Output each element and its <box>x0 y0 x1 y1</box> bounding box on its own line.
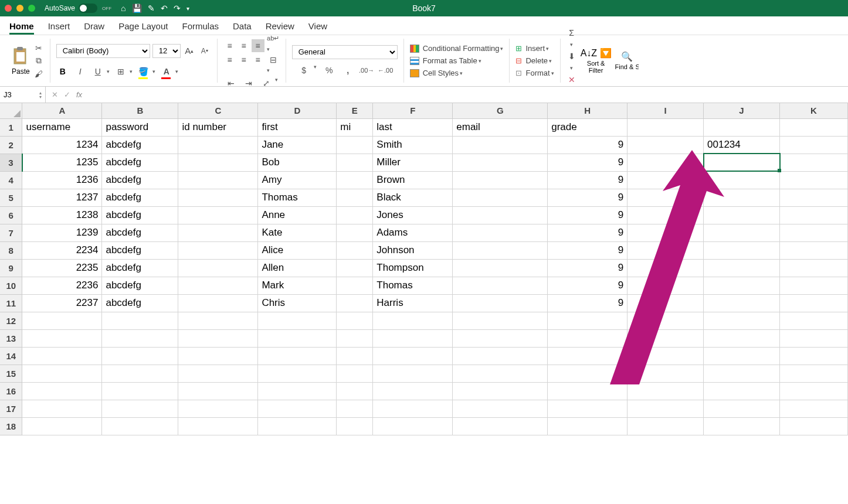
maximize-window-button[interactable] <box>28 5 35 12</box>
cell-B18[interactable] <box>102 417 178 435</box>
cell-E4[interactable] <box>337 171 373 189</box>
cell-F17[interactable] <box>373 400 453 417</box>
undo-icon[interactable]: ↶ <box>161 4 168 13</box>
cell-A12[interactable] <box>22 312 102 329</box>
font-color-button[interactable]: A <box>160 65 173 78</box>
cell-A10[interactable]: 2236 <box>22 277 102 294</box>
underline-button[interactable]: U <box>91 65 104 78</box>
cell-D9[interactable]: Allen <box>258 259 337 277</box>
cancel-formula-icon[interactable]: ✕ <box>52 90 58 99</box>
cell-H13[interactable] <box>548 329 627 347</box>
qat-dropdown-icon[interactable]: ▾ <box>186 5 189 12</box>
cell-D8[interactable]: Alice <box>258 241 337 259</box>
cell-I16[interactable] <box>627 382 704 400</box>
cell-A6[interactable]: 1238 <box>22 206 102 224</box>
cell-C16[interactable] <box>178 382 258 400</box>
cell-A14[interactable] <box>22 347 102 365</box>
cell-B14[interactable] <box>102 347 178 365</box>
align-center-icon[interactable]: ≡ <box>238 53 250 66</box>
cell-H3[interactable]: 9 <box>548 154 627 171</box>
cell-G9[interactable] <box>453 259 548 277</box>
cell-D1[interactable]: first <box>258 118 337 136</box>
cell-E2[interactable] <box>337 136 373 154</box>
tab-page-layout[interactable]: Page Layout <box>118 21 168 35</box>
column-header-I[interactable]: I <box>627 103 704 118</box>
cell-E13[interactable] <box>337 329 373 347</box>
row-header-11[interactable]: 11 <box>0 294 22 312</box>
cell-F12[interactable] <box>373 312 453 329</box>
cell-B9[interactable]: abcdefg <box>102 259 178 277</box>
cell-J17[interactable] <box>704 400 780 417</box>
cell-K16[interactable] <box>780 382 848 400</box>
column-header-F[interactable]: F <box>373 103 453 118</box>
cell-G11[interactable] <box>453 294 548 312</box>
cell-F5[interactable]: Black <box>373 189 453 206</box>
cell-G5[interactable] <box>453 189 548 206</box>
cell-G6[interactable] <box>453 206 548 224</box>
row-header-12[interactable]: 12 <box>0 312 22 329</box>
cell-A16[interactable] <box>22 382 102 400</box>
cell-A13[interactable] <box>22 329 102 347</box>
cell-K15[interactable] <box>780 365 848 382</box>
cell-I9[interactable] <box>627 259 704 277</box>
cell-C7[interactable] <box>178 224 258 241</box>
cell-I10[interactable] <box>627 277 704 294</box>
decrease-font-icon[interactable]: A▾ <box>198 45 211 57</box>
cell-I1[interactable] <box>627 118 704 136</box>
cell-I6[interactable] <box>627 206 704 224</box>
cell-E15[interactable] <box>337 365 373 382</box>
column-header-A[interactable]: A <box>22 103 102 118</box>
cell-C5[interactable] <box>178 189 258 206</box>
align-left-icon[interactable]: ≡ <box>223 53 236 66</box>
cell-D12[interactable] <box>258 312 337 329</box>
cell-H11[interactable]: 9 <box>548 294 627 312</box>
redo-icon[interactable]: ↷ <box>174 4 181 13</box>
cell-J9[interactable] <box>704 259 780 277</box>
cell-A7[interactable]: 1239 <box>22 224 102 241</box>
cell-B11[interactable]: abcdefg <box>102 294 178 312</box>
increase-font-icon[interactable]: A▴ <box>183 45 196 57</box>
cell-F9[interactable]: Thompson <box>373 259 453 277</box>
row-header-16[interactable]: 16 <box>0 382 22 400</box>
cell-B6[interactable]: abcdefg <box>102 206 178 224</box>
cell-K4[interactable] <box>780 171 848 189</box>
cell-G18[interactable] <box>453 417 548 435</box>
cell-F8[interactable]: Johnson <box>373 241 453 259</box>
merge-button[interactable]: ⊟ <box>267 53 280 66</box>
cell-H2[interactable]: 9 <box>548 136 627 154</box>
row-header-3[interactable]: 3 <box>0 154 22 171</box>
tab-home[interactable]: Home <box>9 21 34 35</box>
cell-I18[interactable] <box>627 417 704 435</box>
save-icon[interactable]: 💾 <box>132 4 142 13</box>
find-select-button[interactable]: 🔍 Find & Select <box>615 51 639 70</box>
cell-K17[interactable] <box>780 400 848 417</box>
cell-J13[interactable] <box>704 329 780 347</box>
row-header-14[interactable]: 14 <box>0 347 22 365</box>
cell-C3[interactable] <box>178 154 258 171</box>
fill-icon[interactable]: ⬇ <box>567 51 577 62</box>
cell-J14[interactable] <box>704 347 780 365</box>
cell-I17[interactable] <box>627 400 704 417</box>
tab-formulas[interactable]: Formulas <box>182 21 219 35</box>
cell-G12[interactable] <box>453 312 548 329</box>
cell-H9[interactable]: 9 <box>548 259 627 277</box>
cell-E6[interactable] <box>337 206 373 224</box>
autosave-toggle[interactable]: AutoSave OFF <box>45 4 111 13</box>
cell-C2[interactable] <box>178 136 258 154</box>
cell-I11[interactable] <box>627 294 704 312</box>
cell-J3[interactable] <box>704 154 780 171</box>
cell-G3[interactable] <box>453 154 548 171</box>
cell-C9[interactable] <box>178 259 258 277</box>
format-cells-button[interactable]: ⊡Format ▾ <box>515 69 554 77</box>
row-header-15[interactable]: 15 <box>0 365 22 382</box>
align-bottom-icon[interactable]: ≡ <box>252 39 264 52</box>
cell-K7[interactable] <box>780 224 848 241</box>
cell-H5[interactable]: 9 <box>548 189 627 206</box>
cell-B17[interactable] <box>102 400 178 417</box>
cell-C11[interactable] <box>178 294 258 312</box>
cell-B2[interactable]: abcdefg <box>102 136 178 154</box>
cell-B13[interactable] <box>102 329 178 347</box>
cell-C12[interactable] <box>178 312 258 329</box>
cell-I13[interactable] <box>627 329 704 347</box>
cell-E12[interactable] <box>337 312 373 329</box>
